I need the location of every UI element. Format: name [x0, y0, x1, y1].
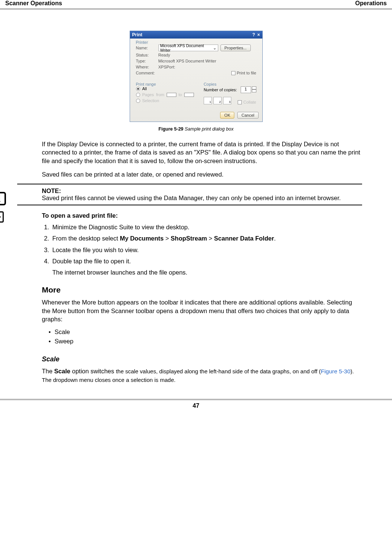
header-right: Operations — [355, 0, 387, 7]
spinner-down-icon[interactable] — [252, 89, 256, 92]
cancel-button[interactable]: Cancel — [237, 112, 258, 119]
body-paragraph: Whenever the More button appears on the … — [42, 298, 362, 323]
collate-icon: 2 — [213, 97, 222, 104]
range-legend: Print range — [135, 82, 157, 86]
more-heading: More — [42, 285, 362, 294]
page-header: Scanner Operations Operations — [0, 0, 392, 7]
figure-reference-link[interactable]: Figure 5-30 — [321, 368, 351, 374]
body-paragraph: Saved files can be printed at a later da… — [42, 170, 362, 178]
copies-input[interactable]: 1 — [241, 86, 251, 93]
chevron-down-icon: ⌄ — [213, 46, 216, 50]
type-label: Type: — [136, 59, 156, 63]
scale-heading: Scale — [42, 355, 362, 363]
printer-name-value: Microsoft XPS Document Writer — [160, 43, 213, 52]
radio-icon — [136, 99, 140, 103]
where-value: XPSPort: — [158, 65, 175, 69]
list-item: Double tap the file to open it. The inte… — [51, 257, 362, 277]
note-body: Saved print files cannot be viewed using… — [42, 195, 362, 202]
checkbox-icon — [238, 100, 242, 104]
dialog-titlebar: Print ? × — [130, 31, 262, 39]
radio-selection: Selection — [136, 98, 194, 103]
printer-name-select[interactable]: Microsoft XPS Document Writer ⌄ — [158, 45, 218, 51]
header-rule — [0, 8, 392, 10]
radio-all[interactable]: All — [136, 86, 194, 91]
figure-caption: Figure 5-29 Sample print dialog box — [19, 126, 373, 132]
status-label: Status: — [136, 53, 156, 57]
copies-legend: Copies — [203, 82, 217, 86]
list-item: Sweep — [49, 338, 362, 345]
radio-icon — [136, 87, 140, 91]
from-input — [167, 93, 176, 97]
collate-checkbox: Collate — [238, 100, 256, 104]
collate-icon: 1 — [204, 97, 212, 104]
help-icon[interactable]: ? — [252, 32, 255, 37]
header-left: Scanner Operations — [5, 0, 62, 7]
body-paragraph: If the Display Device is connected to a … — [42, 140, 362, 165]
note-block: i NOTE: Saved print files cannot be view… — [17, 184, 362, 205]
printer-legend: Printer — [135, 40, 149, 45]
footer-rule — [0, 399, 392, 400]
dialog-title: Print — [132, 32, 142, 37]
svg-marker-0 — [0, 214, 1, 220]
type-value: Microsoft XPS Document Writer — [158, 59, 216, 63]
page-number: 47 — [0, 402, 392, 409]
to-input — [184, 93, 194, 97]
spinner-up-icon[interactable] — [252, 86, 256, 89]
name-label: Name: — [136, 46, 156, 50]
body-paragraph: The Scale option switches the scale valu… — [42, 367, 362, 384]
status-value: Ready — [158, 53, 170, 57]
print-to-file-checkbox[interactable]: Print to file — [231, 71, 256, 75]
ok-button[interactable]: OK — [220, 112, 234, 119]
num-copies-label: Number of copies: — [204, 88, 237, 92]
print-dialog: Print ? × Printer Name: Microsoft XPS Do… — [130, 31, 263, 122]
list-item-sub: The internet browser launches and the fi… — [52, 268, 362, 276]
info-icon: i — [0, 192, 6, 205]
printer-fieldset: Printer Name: Microsoft XPS Document Wri… — [133, 41, 259, 80]
procedure-block: To open a saved print file: Minimize the… — [17, 212, 362, 276]
note-title: NOTE: — [42, 187, 61, 194]
list-item: Scale — [49, 328, 362, 336]
list-item: Locate the file you wish to view. — [51, 246, 362, 254]
properties-button[interactable]: Properties... — [220, 45, 251, 51]
where-label: Where: — [136, 65, 156, 69]
procedure-title: To open a saved print file: — [42, 212, 362, 219]
comment-label: Comment: — [136, 71, 155, 75]
checkbox-icon — [231, 71, 235, 75]
print-range-fieldset: Print range All Pages from to Selection — [133, 83, 197, 110]
play-icon — [0, 211, 4, 223]
list-item: From the desktop select My Documents > S… — [51, 234, 362, 242]
radio-pages: Pages from to — [136, 92, 194, 97]
radio-icon — [136, 93, 140, 97]
list-item: Minimize the Diagnostic Suite to view th… — [51, 223, 362, 231]
close-icon[interactable]: × — [257, 32, 260, 37]
collate-icon: 3 — [223, 97, 231, 104]
copies-fieldset: Copies Number of copies: 1 — [201, 83, 259, 110]
